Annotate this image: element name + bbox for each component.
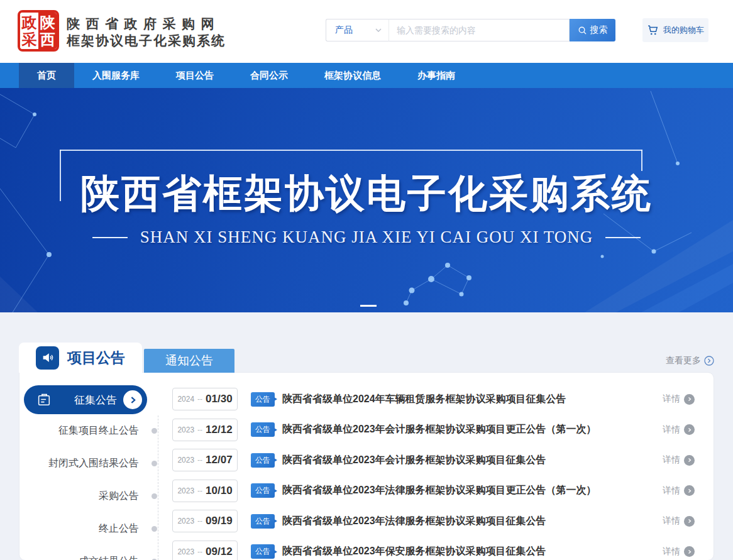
year-label: 2023: [177, 456, 194, 464]
list-item: 2023 -- 12/07 公告 陕西省省级单位2023年会计服务框架协议采购项…: [172, 445, 695, 476]
banner-subtitle: SHAN XI SHENG KUANG JIA XIE YI CAI GOU X…: [140, 228, 593, 247]
logo-char: 政: [22, 14, 37, 31]
rail-dot: [152, 428, 157, 434]
sidebar-item-label: 终止公告: [99, 522, 139, 535]
banner-subtitle-row: SHAN XI SHENG KUANG JIA XIE YI CAI GOU X…: [0, 228, 733, 247]
announcement-badge: 公告: [251, 544, 275, 559]
tab-project-announcements-label: 项目公告: [67, 348, 125, 368]
detail-circle-icon: [684, 394, 695, 405]
detail-label: 详情: [663, 393, 680, 405]
list-item: 2023 -- 10/10 公告 陕西省省级单位2023年法律服务框架协议采购项…: [172, 476, 695, 507]
search-bar: 产品 搜索: [326, 19, 615, 41]
year-label: 2023: [177, 425, 194, 434]
search-icon: [578, 26, 587, 35]
date-separator: --: [197, 425, 202, 434]
cart-label: 我的购物车: [663, 25, 704, 36]
detail-circle-icon: [684, 546, 695, 557]
search-category-select[interactable]: 产品: [326, 19, 389, 41]
nav-item-framework-info[interactable]: 框架协议信息: [306, 63, 399, 88]
chevron-down-icon: [375, 26, 382, 34]
cart-button[interactable]: 我的购物车: [642, 18, 708, 42]
detail-circle-icon: [684, 516, 695, 527]
date-box: 2024 -- 01/30: [172, 388, 238, 410]
search-category-value: 产品: [335, 25, 375, 36]
carousel-indicator[interactable]: [360, 305, 377, 307]
site-title-line2: 框架协议电子化采购系统: [67, 32, 226, 49]
announcement-title[interactable]: 陕西省省级单位2023年法律服务框架协议采购项目更正公告（第一次）: [282, 484, 597, 497]
sidebar-item-label: 采购公告: [99, 490, 139, 503]
announcement-title[interactable]: 陕西省省级单位2023年法律服务框架协议采购项目征集公告: [282, 515, 546, 528]
nav-item-contract-publicity[interactable]: 合同公示: [232, 63, 306, 88]
nav-item-home[interactable]: 首页: [19, 63, 74, 88]
announcement-badge: 公告: [251, 422, 275, 437]
date-label: 12/12: [206, 424, 233, 436]
detail-label: 详情: [663, 485, 680, 497]
nav-item-guide[interactable]: 办事指南: [399, 63, 473, 88]
sidebar-item-collection-announcements[interactable]: 征集公告: [24, 385, 147, 414]
logo-right-column: 陕 西: [38, 13, 57, 49]
category-sidebar: 征集公告 征集项目终止公告 封闭式入围结果公告 采购公告: [19, 373, 165, 560]
detail-circle-icon: [684, 455, 695, 466]
sidebar-item-procurement-announcements[interactable]: 采购公告: [19, 480, 165, 512]
date-separator: --: [197, 395, 202, 404]
year-label: 2023: [177, 517, 194, 525]
main-nav: 首页 入围服务库 项目公告 合同公示 框架协议信息 办事指南: [0, 63, 733, 88]
detail-link[interactable]: 详情: [655, 424, 695, 436]
date-separator: --: [197, 486, 202, 495]
date-separator: --: [197, 456, 202, 464]
view-more-link[interactable]: 查看更多: [666, 355, 714, 366]
nav-item-shortlist-library[interactable]: 入围服务库: [74, 63, 158, 88]
hero-banner: 陕西省框架协议电子化采购系统 SHAN XI SHENG KUANG JIA X…: [0, 88, 733, 312]
logo-char: 采: [22, 31, 37, 48]
site-logo: 政 采 陕 西: [18, 10, 59, 52]
year-label: 2023: [177, 486, 194, 495]
year-label: 2023: [177, 547, 194, 556]
detail-link[interactable]: 详情: [655, 393, 695, 405]
search-input[interactable]: [389, 19, 570, 41]
tab-project-announcements[interactable]: 项目公告: [19, 343, 142, 373]
announcement-title[interactable]: 陕西省省级单位2023年会计服务框架协议采购项目更正公告（第一次）: [282, 423, 597, 436]
announcement-panel: 征集公告 征集项目终止公告 封闭式入围结果公告 采购公告: [19, 372, 714, 560]
detail-link[interactable]: 详情: [655, 454, 695, 466]
sidebar-item-label: 成交结果公告: [79, 555, 139, 560]
date-box: 2023 -- 12/12: [172, 419, 238, 441]
date-separator: --: [197, 517, 202, 525]
sidebar-item-closed-shortlist-results[interactable]: 封闭式入围结果公告: [19, 447, 165, 480]
announcement-title[interactable]: 陕西省省级单位2023年会计服务框架协议采购项目征集公告: [282, 454, 546, 467]
sidebar-item-transaction-results[interactable]: 成交结果公告: [19, 545, 165, 560]
announcement-tabs: 项目公告 通知公告 查看更多: [19, 343, 714, 373]
date-label: 09/19: [206, 515, 233, 527]
date-box: 2023 -- 10/10: [172, 480, 238, 502]
detail-link[interactable]: 详情: [655, 515, 695, 527]
sidebar-item-termination-announcements[interactable]: 终止公告: [19, 512, 165, 545]
detail-link[interactable]: 详情: [655, 546, 695, 557]
site-title-line1: 陕西省政府采购网: [67, 15, 226, 32]
announcement-title[interactable]: 陕西省省级单位2024年车辆租赁服务框架协议采购项目征集公告: [282, 393, 566, 406]
date-label: 12/07: [206, 454, 233, 466]
circle-chevron-right-icon: [704, 356, 714, 366]
clipboard-icon: [36, 392, 52, 408]
banner-title: 陕西省框架协议电子化采购系统: [0, 167, 733, 220]
year-label: 2024: [177, 395, 194, 404]
announcement-title[interactable]: 陕西省省级单位2023年保安服务框架协议采购项目征集公告: [282, 545, 546, 558]
logo-left-column: 政 采: [20, 13, 38, 49]
logo-char: 陕: [40, 14, 55, 31]
search-button[interactable]: 搜索: [570, 19, 615, 41]
detail-link[interactable]: 详情: [655, 485, 695, 497]
detail-label: 详情: [663, 515, 680, 527]
rail-dot: [152, 493, 157, 499]
date-label: 01/30: [206, 393, 233, 405]
tab-notice-announcements[interactable]: 通知公告: [144, 349, 234, 373]
list-item: 2024 -- 01/30 公告 陕西省省级单位2024年车辆租赁服务框架协议采…: [172, 384, 695, 415]
circle-chevron-right-icon: [123, 390, 142, 409]
logo-char: 西: [40, 31, 55, 48]
sidebar-item-label: 征集项目终止公告: [58, 424, 139, 437]
detail-circle-icon: [684, 424, 695, 435]
view-more-label: 查看更多: [666, 355, 701, 366]
detail-label: 详情: [663, 546, 680, 557]
detail-label: 详情: [663, 424, 680, 436]
announcement-badge: 公告: [251, 392, 275, 407]
nav-item-project-announcements[interactable]: 项目公告: [158, 63, 232, 88]
sidebar-item-collection-termination[interactable]: 征集项目终止公告: [19, 414, 165, 447]
sidebar-item-label: 封闭式入围结果公告: [48, 457, 139, 470]
